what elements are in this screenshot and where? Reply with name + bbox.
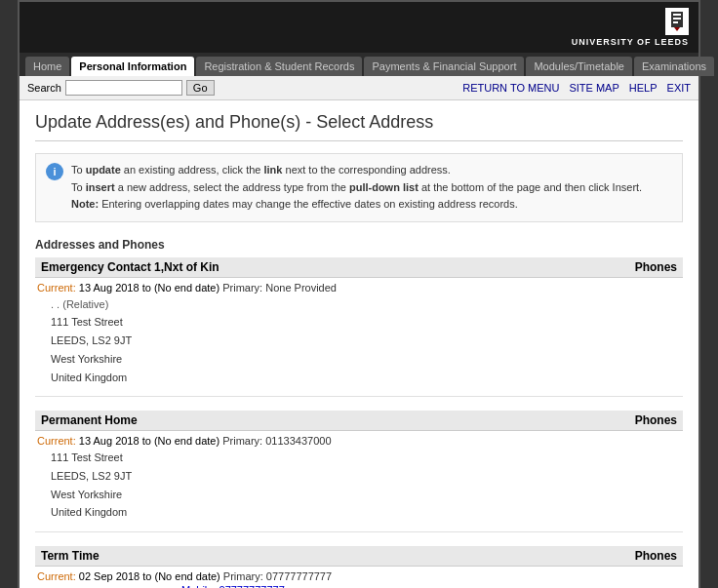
tab-registration[interactable]: Registration & Student Records	[196, 57, 362, 76]
address-block-permanent: Permanent Home Phones Current: 13 Aug 20…	[35, 411, 683, 532]
current-link-emergency[interactable]: Current:	[37, 282, 76, 294]
current-link-termtime[interactable]: Current:	[37, 570, 76, 582]
exit-link[interactable]: EXIT	[667, 82, 691, 94]
address-current-permanent: Current: 13 Aug 2018 to (No end date) Pr…	[35, 435, 683, 447]
university-name: UNIVERSITY OF LEEDS	[572, 37, 689, 47]
search-area: Search Go	[27, 80, 215, 96]
tab-personal-info[interactable]: Personal Information	[71, 57, 194, 76]
address-line-1-permanent: 111 Test Street	[51, 449, 683, 467]
main-content: Update Address(es) and Phone(s) - Select…	[20, 100, 698, 588]
current-date-permanent: 13 Aug 2018 to (No end date)	[79, 435, 222, 447]
address-header-termtime: Term Time Phones	[35, 546, 683, 567]
section-title: Addresses and Phones	[35, 238, 683, 252]
address-line-4-emergency: United Kingdom	[51, 369, 683, 387]
phones-label-permanent: Phones	[635, 413, 677, 427]
site-map-link[interactable]: SITE MAP	[569, 82, 618, 94]
address-type-termtime: Term Time	[41, 549, 100, 563]
phone-primary-termtime: Primary: 07777777777	[223, 570, 332, 582]
address-line-4-permanent: United Kingdom	[51, 503, 683, 522]
phone-primary-permanent: Primary: 01133437000	[222, 435, 331, 447]
phone-mobile-termtime: Mobile: 07777777777	[181, 584, 285, 588]
address-line-3-emergency: West Yorkshire	[51, 350, 683, 369]
current-date-emergency: 13 Aug 2018 to (No end date)	[79, 282, 222, 294]
toolbar-links: RETURN TO MENU SITE MAP HELP EXIT	[462, 82, 691, 94]
address-lines-emergency: . . (Relative) 111 Test Street LEEDS, LS…	[35, 295, 683, 386]
phones-label-emergency: Phones	[635, 260, 677, 274]
address-block-emergency: Emergency Contact 1,Nxt of Kin Phones Cu…	[35, 257, 683, 397]
return-to-menu-link[interactable]: RETURN TO MENU	[462, 82, 559, 94]
relative-line: . . (Relative)	[51, 295, 683, 314]
tab-home[interactable]: Home	[25, 57, 69, 76]
svg-marker-4	[674, 27, 680, 31]
address-type-emergency: Emergency Contact 1,Nxt of Kin	[41, 260, 219, 274]
info-text: To update an existing address, click the…	[71, 162, 642, 214]
address-current-termtime: Current: 02 Sep 2018 to (No end date) Pr…	[35, 570, 683, 582]
help-link[interactable]: HELP	[629, 82, 658, 94]
address-header-emergency: Emergency Contact 1,Nxt of Kin Phones	[35, 257, 683, 278]
search-input[interactable]	[65, 80, 182, 96]
address-header-permanent: Permanent Home Phones	[35, 411, 683, 431]
page-title: Update Address(es) and Phone(s) - Select…	[35, 112, 683, 141]
svg-rect-1	[673, 14, 681, 16]
current-link-permanent[interactable]: Current:	[37, 435, 76, 447]
address-line-2-permanent: LEEDS, LS2 9JT	[51, 467, 683, 486]
info-icon: i	[46, 163, 63, 180]
address-type-permanent: Permanent Home	[41, 413, 138, 427]
tab-modules[interactable]: Modules/Timetable	[526, 57, 632, 76]
svg-rect-2	[673, 18, 681, 20]
toolbar: Search Go RETURN TO MENU SITE MAP HELP E…	[20, 76, 698, 100]
address-line-2-emergency: LEEDS, LS2 9JT	[51, 332, 683, 350]
nav-bar: Home Personal Information Registration &…	[20, 53, 698, 76]
university-logo-icon	[665, 8, 689, 35]
address-block-termtime: Term Time Phones Current: 02 Sep 2018 to…	[35, 546, 683, 588]
svg-rect-3	[673, 21, 678, 23]
tab-payments[interactable]: Payments & Financial Support	[364, 57, 524, 76]
address-line-1-emergency: 111 Test Street	[51, 313, 683, 332]
header: UNIVERSITY OF LEEDS	[20, 2, 698, 53]
address-lines-permanent: 111 Test Street LEEDS, LS2 9JT West York…	[35, 449, 683, 522]
go-button[interactable]: Go	[186, 80, 215, 96]
address-mobile-termtime: Mobile: 07777777777	[35, 584, 683, 588]
address-line-3-permanent: West Yorkshire	[51, 486, 683, 504]
address-current-emergency: Current: 13 Aug 2018 to (No end date) Pr…	[35, 282, 683, 294]
tab-examinations[interactable]: Examinations	[634, 57, 714, 76]
phones-label-termtime: Phones	[635, 549, 677, 563]
phone-primary-emergency: Primary: None Provided	[222, 282, 337, 294]
logo-area: UNIVERSITY OF LEEDS	[572, 8, 689, 47]
search-label: Search	[27, 82, 61, 94]
page-wrapper: UNIVERSITY OF LEEDS Home Personal Inform…	[18, 0, 700, 588]
current-date-termtime: 02 Sep 2018 to (No end date)	[79, 570, 223, 582]
info-box: i To update an existing address, click t…	[35, 153, 683, 222]
